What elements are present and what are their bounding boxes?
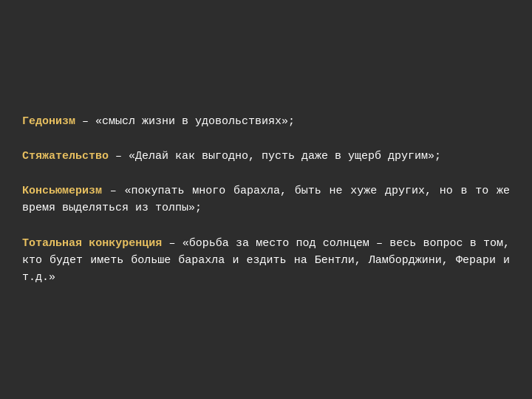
- definition-hedonism: «смысл жизни в удовольствиях»;: [95, 115, 295, 128]
- term-consumerism: Консьюмеризм: [22, 185, 102, 197]
- term-stiazhatelstvo: Стяжательство: [22, 150, 109, 163]
- dash-consumerism: –: [102, 185, 124, 197]
- definition-stiazhatelstvo: «Делай как выгодно, пусть даже в ущерб д…: [129, 150, 441, 163]
- paragraph-hedonism: Гедонизм – «смысл жизни в удовольствиях»…: [22, 113, 510, 130]
- content-block: Гедонизм – «смысл жизни в удовольствиях»…: [22, 98, 510, 301]
- dash-total-competition: –: [162, 237, 182, 250]
- term-hedonism: Гедонизм: [22, 115, 75, 128]
- term-total-competition: Тотальная конкуренция: [22, 237, 162, 250]
- paragraph-total-competition: Тотальная конкуренция – «борьба за место…: [22, 235, 510, 287]
- dash-hedonism: –: [75, 115, 95, 128]
- paragraph-stiazhatelstvo: Стяжательство – «Делай как выгодно, пуст…: [22, 148, 510, 165]
- dash-stiazhatelstvo: –: [109, 150, 129, 163]
- paragraph-consumerism: Консьюмеризм – «покупать много барахла, …: [22, 183, 510, 217]
